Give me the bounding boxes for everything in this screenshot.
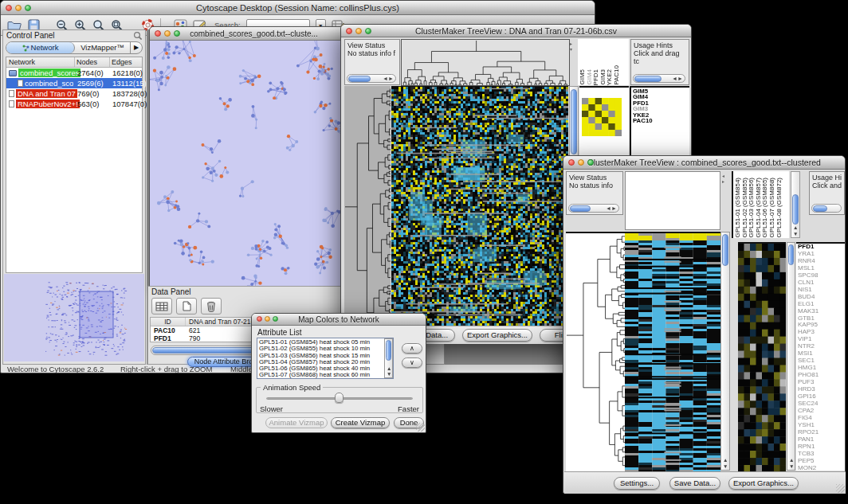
close-button[interactable] xyxy=(6,5,12,11)
network-view-title: combined_scores_good.txt--cluste... xyxy=(190,29,318,38)
network-nodes: 2569(6) xyxy=(77,79,104,88)
zoom-button[interactable] xyxy=(587,159,594,166)
settings-button[interactable]: Settings... xyxy=(614,477,660,490)
treeview1-title: ClusterMaker TreeView : DNA and Tran 07-… xyxy=(415,26,617,36)
treeview2-column-labels: GPL51-01 (GSM854)GPL51-02 (GSM855)GPL51-… xyxy=(732,171,789,238)
attribute-list-scrollbar[interactable]: ▲▼ xyxy=(384,338,393,378)
tab-network[interactable]: Network xyxy=(6,42,75,53)
zoom-button[interactable] xyxy=(273,316,278,322)
view-status-scrollbar[interactable]: ◄► xyxy=(347,74,396,83)
float-panel-icon[interactable] xyxy=(133,31,143,40)
usage-hints-scrollbar[interactable]: ◄► xyxy=(633,74,685,83)
attribute-item[interactable]: GPL51-07 (GSM868) heat shock 60 min xyxy=(259,372,393,378)
zoom-button[interactable] xyxy=(25,5,31,11)
gene-label[interactable]: PAC10 xyxy=(633,118,689,123)
column-label[interactable]: GPL51-08 (GSM872) xyxy=(776,178,783,238)
zoom-matrix-view[interactable] xyxy=(582,98,622,136)
speed-slider-thumb[interactable] xyxy=(335,393,344,403)
network-graph-view[interactable] xyxy=(150,41,344,290)
new-attribute-button[interactable] xyxy=(176,298,197,315)
move-up-button[interactable]: ∧ xyxy=(402,343,422,354)
zoom-vscrollbar[interactable]: ▲▼ xyxy=(787,242,795,471)
usage-hints-scrollbar[interactable] xyxy=(811,204,842,213)
tab-vizmapper[interactable]: VizMapper™ xyxy=(75,42,130,53)
row-dendrogram[interactable] xyxy=(566,232,625,472)
close-button[interactable] xyxy=(568,159,575,166)
global-heatmap[interactable] xyxy=(625,232,720,472)
treeview1-column-labels: GIM5GIM4PFD1GIM3YKE2PAC10 xyxy=(578,39,629,85)
network-row[interactable]: combined_sco2569(6)13112(15) xyxy=(6,78,142,88)
create-vizmap-button[interactable]: Create Vizmap xyxy=(331,417,390,428)
col-header-edges[interactable]: Edges xyxy=(110,57,142,67)
col-header-network[interactable]: Network xyxy=(6,57,75,67)
treeview2-title: ClusterMaker TreeView : combined_scores_… xyxy=(587,158,821,167)
column-dendrogram-area[interactable] xyxy=(625,171,720,230)
minimize-button[interactable] xyxy=(265,316,270,322)
network-row[interactable]: RNAPuberNov2+!563(0)107847(0) xyxy=(6,99,142,109)
delete-attribute-button[interactable] xyxy=(201,298,222,315)
close-button[interactable] xyxy=(346,28,352,34)
treeview2-window: ClusterMaker TreeView : combined_scores_… xyxy=(563,155,846,494)
column-dendrogram[interactable] xyxy=(401,39,570,86)
attribute-list[interactable]: GPL51-01 (GSM854) heat shock 05 minGPL51… xyxy=(257,338,394,379)
view-status-text: No status info xyxy=(569,182,620,189)
zoom-button[interactable] xyxy=(365,28,371,34)
dialog-title: Map Colors to Network xyxy=(298,315,379,324)
export-graphics-button[interactable]: Export Graphics... xyxy=(462,329,532,342)
scroll-nub-icon[interactable]: ▸▾ xyxy=(570,41,572,52)
data-col-id[interactable]: ID xyxy=(151,318,186,326)
export-graphics-button[interactable]: Export Graphics... xyxy=(728,477,799,490)
minimize-button[interactable] xyxy=(578,159,584,166)
zoom-button[interactable] xyxy=(174,30,180,37)
view-status-box: View Status No status info ◄► xyxy=(566,171,623,215)
tab-overflow-arrow[interactable]: ▶ xyxy=(130,42,142,53)
resize-grip[interactable] xyxy=(416,423,425,432)
data-panel-title: Data Panel xyxy=(151,287,190,296)
network-row[interactable]: DNA and Tran 07769(0)183728(0) xyxy=(6,88,142,99)
close-button[interactable] xyxy=(155,30,161,37)
network-edges: 183728(0) xyxy=(112,89,147,98)
column-label[interactable]: PAC10 xyxy=(614,65,621,85)
minimize-button[interactable] xyxy=(15,5,22,11)
network-edges: 107847(0) xyxy=(112,100,147,108)
main-titlebar[interactable]: Cytoscape Desktop (Session Name: collins… xyxy=(1,1,595,15)
network-name: combined_sco xyxy=(25,79,73,88)
network-overview-panel[interactable] xyxy=(4,274,144,361)
col-header-nodes[interactable]: Nodes xyxy=(75,57,110,67)
minimize-button[interactable] xyxy=(355,28,362,34)
close-button[interactable] xyxy=(257,316,262,322)
network-view-titlebar[interactable]: combined_scores_good.txt--cluste... xyxy=(150,27,344,41)
attribute-list-label: Attribute List xyxy=(257,328,302,337)
status-welcome: Welcome to Cytoscape 2.6.2 xyxy=(7,365,104,373)
scroll-nub-icon[interactable]: ◂▸ xyxy=(722,173,724,184)
attribute-select-button[interactable] xyxy=(151,298,172,315)
treeview1-titlebar[interactable]: ClusterMaker TreeView : DNA and Tran 07-… xyxy=(341,25,691,37)
column-labels-scrollbar[interactable]: ▲▼ xyxy=(791,171,800,238)
gene-label[interactable]: MON2 xyxy=(798,465,845,471)
heatmap-vscrollbar[interactable]: ▲▼ xyxy=(720,232,730,471)
animation-speed-label: Animation Speed xyxy=(261,383,323,392)
usage-hints-title: Usage Hi xyxy=(812,174,842,182)
folder-icon xyxy=(9,70,17,76)
global-heatmap[interactable] xyxy=(391,86,568,340)
network-table: Network Nodes Edges combined_scores2764(… xyxy=(6,57,143,273)
dialog-titlebar[interactable]: Map Colors to Network xyxy=(252,314,426,326)
usage-hints-text: Click and xyxy=(812,182,842,189)
view-status-box: View Status No status info f ◄► xyxy=(344,39,400,85)
network-name: combined_scores xyxy=(18,68,80,77)
resize-grip[interactable] xyxy=(836,484,845,493)
network-edges: 16218(0) xyxy=(112,68,143,77)
view-status-scrollbar[interactable]: ◄► xyxy=(568,204,619,213)
treeview2-titlebar[interactable]: ClusterMaker TreeView : combined_scores_… xyxy=(563,156,845,170)
network-row[interactable]: combined_scores2764(0)16218(0) xyxy=(6,68,142,78)
save-data-button[interactable]: Save Data... xyxy=(669,477,720,490)
treeview2-button-bar: Settings... Save Data... Export Graphics… xyxy=(564,471,846,494)
view-status-title: View Status xyxy=(569,174,620,182)
network-nodes: 563(0) xyxy=(77,100,99,108)
zoom-heatmap-view[interactable] xyxy=(738,242,786,472)
minimize-button[interactable] xyxy=(164,30,171,37)
move-down-button[interactable]: ∨ xyxy=(402,357,422,368)
row-dendrogram[interactable] xyxy=(344,86,391,339)
slower-label: Slower xyxy=(260,404,283,413)
control-panel: Control Panel Network VizMapper™ ▶ Netwo… xyxy=(2,29,146,365)
